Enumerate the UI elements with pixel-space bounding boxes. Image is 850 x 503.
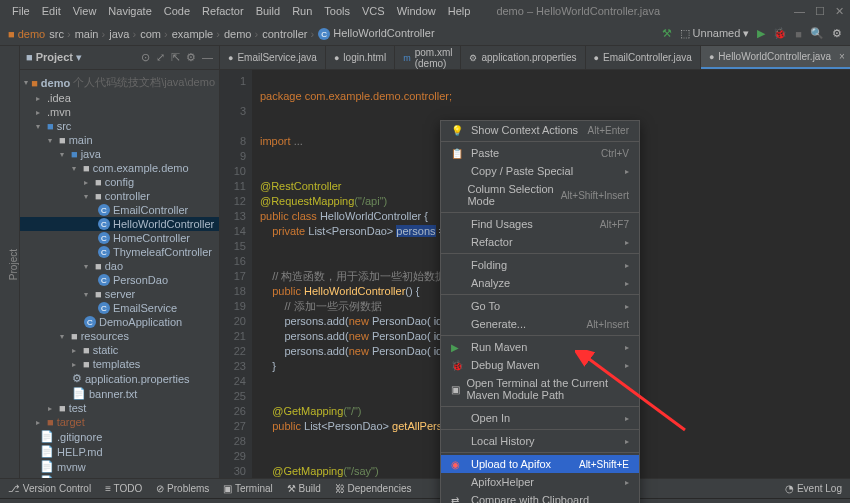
editor-context-menu: 💡Show Context ActionsAlt+Enter 📋PasteCtr…: [440, 120, 640, 503]
crumb-demo[interactable]: demo: [224, 28, 258, 40]
ctx-local-history[interactable]: Local History▸: [441, 432, 639, 450]
ctx-compare-clipboard[interactable]: ⇄Compare with Clipboard: [441, 491, 639, 503]
ctx-find-usages[interactable]: Find UsagesAlt+F7: [441, 215, 639, 233]
tool-problems[interactable]: ⊘ Problems: [156, 483, 209, 494]
tree-selected-file[interactable]: C HelloWorldController: [20, 217, 219, 231]
collapse-icon[interactable]: ⇱: [171, 51, 180, 64]
stop-icon[interactable]: ■: [795, 28, 802, 40]
crumb-com[interactable]: com: [140, 28, 168, 40]
tool-event-log[interactable]: ◔ Event Log: [785, 483, 842, 494]
tool-version-control[interactable]: ⎇ Version Control: [8, 483, 91, 494]
ctx-apifox-helper[interactable]: ApifoxHelper▸: [441, 473, 639, 491]
menu-run[interactable]: Run: [286, 5, 318, 17]
ctx-column-selection[interactable]: Column Selection ModeAlt+Shift+Insert: [441, 180, 639, 210]
gear-icon[interactable]: ⚙: [186, 51, 196, 64]
crumb-src[interactable]: src: [49, 28, 70, 40]
tab-pom[interactable]: mpom.xml (demo): [395, 46, 461, 69]
line-gutter: 1 3 891011121314151617181920212223242526…: [220, 70, 252, 478]
ctx-show-context-actions[interactable]: 💡Show Context ActionsAlt+Enter: [441, 121, 639, 139]
tab-emailcontroller[interactable]: ●EmailController.java: [586, 46, 701, 69]
tool-todo[interactable]: ≡ TODO: [105, 483, 142, 494]
select-opened-file-icon[interactable]: ⊙: [141, 51, 150, 64]
ctx-goto[interactable]: Go To▸: [441, 297, 639, 315]
titlebar: File Edit View Navigate Code Refactor Bu…: [0, 0, 850, 22]
expand-all-icon[interactable]: ⤢: [156, 51, 165, 64]
search-icon[interactable]: 🔍: [810, 27, 824, 40]
hammer-icon[interactable]: ⚒: [662, 27, 672, 40]
tool-terminal[interactable]: ▣ Terminal: [223, 483, 272, 494]
menu-code[interactable]: Code: [158, 5, 196, 17]
run-config-dropdown[interactable]: ⬚ Unnamed ▾: [680, 27, 750, 40]
crumb-class[interactable]: C HelloWorldController: [318, 27, 434, 41]
crumb-controller[interactable]: controller: [262, 28, 314, 40]
ctx-debug-maven[interactable]: 🐞Debug Maven▸: [441, 356, 639, 374]
menu-file[interactable]: File: [6, 5, 36, 17]
debug-icon[interactable]: 🐞: [773, 27, 787, 40]
tab-emailservice[interactable]: ●EmailService.java: [220, 46, 326, 69]
ctx-folding[interactable]: Folding▸: [441, 256, 639, 274]
project-tool-title: ■ Project ▾: [26, 51, 82, 64]
run-icon[interactable]: ▶: [757, 27, 765, 40]
ctx-open-in[interactable]: Open In▸: [441, 409, 639, 427]
menu-build[interactable]: Build: [250, 5, 286, 17]
ctx-upload-apifox[interactable]: ◉Upload to ApifoxAlt+Shift+E: [441, 455, 639, 473]
tab-appprops[interactable]: ⚙application.properties: [461, 46, 585, 69]
crumb-java[interactable]: java: [109, 28, 136, 40]
menu-navigate[interactable]: Navigate: [102, 5, 157, 17]
window-title: demo – HelloWorldController.java: [496, 5, 660, 17]
close-tab-icon[interactable]: ×: [839, 51, 845, 62]
crumb-example[interactable]: example: [172, 28, 220, 40]
navigation-bar: ■ demo src main java com example demo co…: [0, 22, 850, 46]
ctx-generate[interactable]: Generate...Alt+Insert: [441, 315, 639, 333]
tool-dependencies[interactable]: ⛓ Dependencies: [335, 483, 412, 494]
hide-icon[interactable]: ―: [202, 51, 213, 64]
minimize-icon[interactable]: ―: [794, 5, 805, 18]
menu-window[interactable]: Window: [391, 5, 442, 17]
close-icon[interactable]: ✕: [835, 5, 844, 18]
ctx-copy-paste-special[interactable]: Copy / Paste Special▸: [441, 162, 639, 180]
ctx-run-maven[interactable]: ▶Run Maven▸: [441, 338, 639, 356]
tab-helloworld-active[interactable]: ●HelloWorldController.java×: [701, 46, 850, 69]
ctx-paste[interactable]: 📋PasteCtrl+V: [441, 144, 639, 162]
ctx-analyze[interactable]: Analyze▸: [441, 274, 639, 292]
menu-vcs[interactable]: VCS: [356, 5, 391, 17]
menu-edit[interactable]: Edit: [36, 5, 67, 17]
project-sidebar: ■ Project ▾ ⊙ ⤢ ⇱ ⚙ ― ▾■ demo 个人代码统技文档\j…: [20, 46, 220, 478]
bottom-tool-stripe: ⎇ Version Control ≡ TODO ⊘ Problems ▣ Te…: [0, 478, 850, 498]
project-tree[interactable]: ▾■ demo 个人代码统技文档\java\demo ▸.idea ▸.mvn …: [20, 70, 219, 478]
left-tool-stripe: Project Structure Bookmarks: [0, 46, 20, 478]
gear-icon[interactable]: ⚙: [832, 27, 842, 40]
maximize-icon[interactable]: ☐: [815, 5, 825, 18]
menu-view[interactable]: View: [67, 5, 103, 17]
menu-refactor[interactable]: Refactor: [196, 5, 250, 17]
menu-help[interactable]: Help: [442, 5, 477, 17]
tool-build[interactable]: ⚒ Build: [287, 483, 321, 494]
project-tool-button[interactable]: Project: [8, 249, 19, 280]
tab-login[interactable]: ●login.html: [326, 46, 395, 69]
status-bar: ☐ ExportToApifox 10:24 CRLF UTF-8 4 spac…: [0, 498, 850, 503]
crumb-main[interactable]: main: [75, 28, 106, 40]
ctx-open-terminal-maven[interactable]: ▣Open Terminal at the Current Maven Modu…: [441, 374, 639, 404]
editor-tabs: ●EmailService.java ●login.html mpom.xml …: [220, 46, 850, 70]
ctx-refactor[interactable]: Refactor▸: [441, 233, 639, 251]
menu-tools[interactable]: Tools: [318, 5, 356, 17]
